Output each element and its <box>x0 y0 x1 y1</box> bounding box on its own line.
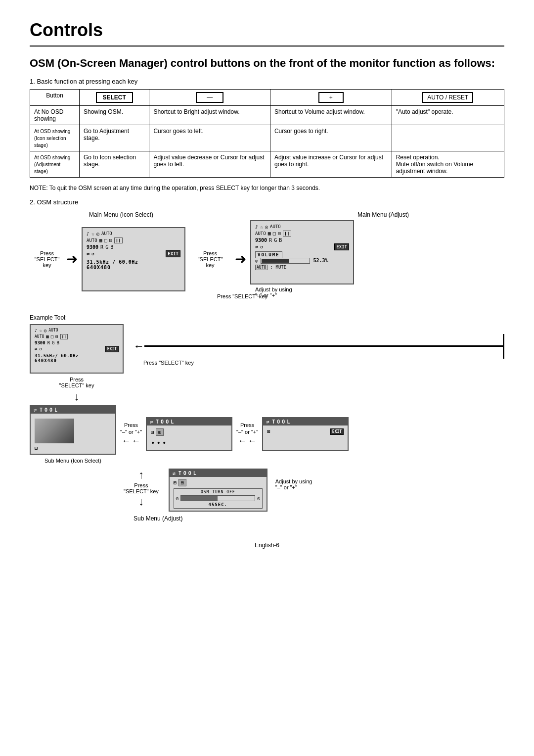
tool-label-1: TOOL <box>40 407 59 413</box>
tool-label-2: TOOL <box>156 419 176 425</box>
table-cell: Shortcut to Volume adjust window. <box>270 105 392 125</box>
mute-label: MUTE <box>276 265 287 270</box>
sub-menu-adjust-label: Sub Menu (Adjust) <box>134 515 182 522</box>
select-label-mid: "SELECT" <box>198 256 223 262</box>
table-header-auto: AUTO / RESET <box>392 89 504 105</box>
table-cell: Cursor goes to left. <box>149 125 270 151</box>
exit-btn-3: EXIT <box>330 428 344 435</box>
select-label-example: "SELECT" key <box>59 382 94 388</box>
arrow-up-icon: ↑ <box>138 469 144 481</box>
press-select-below-label: Press "SELECT" key <box>217 293 267 299</box>
dot-1: • <box>151 439 155 447</box>
select-button-label: SELECT <box>96 92 133 103</box>
sub-menu-box-3: ⇌ TOOL ⊞ EXIT <box>262 417 349 451</box>
sub-menu-icon-select-label: Sub Menu (Icon Select) <box>44 458 101 464</box>
osm-turnoff-bar <box>180 495 255 501</box>
auto-icon: AUTO <box>255 265 267 270</box>
tool-icon-4: ⇌ <box>173 471 176 476</box>
table-cell: "Auto adjust" operate. <box>392 105 504 125</box>
freq-text: 31.5kHz / 60.0Hz <box>87 259 180 265</box>
dot-2: • <box>157 439 161 447</box>
sub-icon-3: ⊞ <box>267 428 270 434</box>
arrow-left-icon-main: ← <box>134 340 144 353</box>
table-cell: Adjust value increase or Cursor for adju… <box>270 151 392 177</box>
adjust-minus-plus-2: "–" or "+" <box>275 484 297 490</box>
volume-pct: 52.3% <box>313 258 328 263</box>
tool-icon-2: ⇌ <box>150 419 153 425</box>
sec-label: 45SEC. <box>176 502 260 507</box>
plus-button-label: + <box>318 92 344 103</box>
table-cell: Cursor goes to right. <box>270 125 392 151</box>
press-select-label-2: Press "SELECT" key <box>143 360 194 366</box>
table-cell: At OSD showing(Icon selection stage) <box>30 125 80 151</box>
press-minus-plus-2: Press "–" or "+" ← ← <box>236 422 258 446</box>
gradient-box-1 <box>35 419 74 443</box>
osm-turn-off-label: OSM TURN OFF <box>176 490 260 494</box>
section2-label: 2. OSM structure <box>30 198 504 206</box>
table-cell: Shortcut to Bright adjust window. <box>149 105 270 125</box>
footer: English-6 <box>30 542 504 549</box>
arrow-right-icon-2: ➜ <box>235 252 246 266</box>
example-tool-label: Example Tool: <box>30 314 504 321</box>
table-cell: Go to Icon selection stage. <box>80 151 149 177</box>
sub-adjust-icon-b: ⊞ <box>178 479 186 486</box>
press-label-mid: Press <box>203 250 217 256</box>
key-label-left: key <box>43 262 51 268</box>
table-header-button: Button <box>30 89 80 105</box>
controls-table: Button SELECT — + AUTO / RESET At No OSD… <box>30 89 504 178</box>
table-cell <box>392 125 504 151</box>
osm-main-adjust-box: ♪☆◎AUTO AUTO▦□⊟❙❙ 9300RGB ⇌↺ EXIT VOLUME… <box>250 220 354 284</box>
example-osm-box: ♪☆◎AUTO AUTO▦□⊟❙❙ 9300RGB ⇌↺ EXIT 31.5kH… <box>30 324 124 374</box>
arrow-down-icon: ↓ <box>138 495 144 508</box>
volume-label: VOLUME <box>255 251 282 258</box>
main-menu-adjust-label: Main Menu (Adjust) <box>357 211 409 218</box>
sub-adjust-icon-a: ⊞ <box>174 480 177 485</box>
tool-icon-3: ⇌ <box>266 419 269 425</box>
dot-3: • <box>162 439 166 447</box>
press-select-sub-label: Press <box>134 482 148 488</box>
table-cell: At OSD showing(Adjustment stage) <box>30 151 80 177</box>
note-text: NOTE: To quit the OSM screen at any time… <box>30 185 504 191</box>
example-res: 640X480 <box>35 358 119 363</box>
osm-turnoff-container: OSM TURN OFF ◎ ◎ 45SEC. <box>174 488 263 509</box>
table-cell: At No OSD showing <box>30 105 80 125</box>
table-cell: Go to Adjustment stage. <box>80 125 149 151</box>
auto-button-label: AUTO / RESET <box>422 92 473 103</box>
sub-icon-2a: ⊞ <box>151 429 154 435</box>
volume-bar <box>261 258 310 264</box>
press-label-example: Press <box>70 377 84 382</box>
arrow-down-example: ↓ <box>74 390 80 403</box>
table-cell: Reset operation.Mute off/on switch on Vo… <box>392 151 504 177</box>
table-header-plus: + <box>270 89 392 105</box>
table-row: At No OSD showing Showing OSM. Shortcut … <box>30 105 504 125</box>
sub-icon-1: ⊞ <box>35 445 111 451</box>
press-minus-plus-1: Press "–" or "+" ← ← <box>120 422 142 446</box>
press-label-left: Press <box>40 250 54 256</box>
adjust-by-using-label-2: Adjust by using <box>275 478 312 484</box>
table-row: At OSD showing(Icon selection stage) Go … <box>30 125 504 151</box>
adjust-by-using-label-1: Adjust by using <box>255 286 292 292</box>
arrow-right-icon-1: ➜ <box>66 252 78 266</box>
select-label-left: "SELECT" <box>35 256 60 262</box>
table-cell: Showing OSM. <box>80 105 149 125</box>
tool-label-4: TOOL <box>178 471 198 476</box>
tool-label-3: TOOL <box>272 419 292 425</box>
minus-button-label: — <box>196 92 223 103</box>
select-sub-label: "SELECT" key <box>124 488 159 494</box>
footer-text: English-6 <box>255 542 279 549</box>
page-subtitle: OSM (On-Screen Manager) control buttons … <box>30 56 504 71</box>
sub-menu-icon-select-box: ⇌ TOOL ⊞ <box>30 405 116 455</box>
table-cell: Adjust value decrease or Cursor for adju… <box>149 151 270 177</box>
section1-label: 1. Basic function at pressing each key <box>30 78 504 85</box>
table-header-minus: — <box>149 89 270 105</box>
table-header-select: SELECT <box>80 89 149 105</box>
example-freq: 31.5kHz/ 60.0Hz <box>35 353 119 358</box>
main-menu-icon-select-label: Main Menu (Icon Select) <box>89 211 153 218</box>
example-tool-section: Example Tool: ♪☆◎AUTO AUTO▦□⊟❙❙ 9300RGB … <box>30 314 504 522</box>
sub-icon-2b: ⊞ <box>156 428 164 436</box>
osm-structure-diagram: Main Menu (Icon Select) Main Menu (Adjus… <box>30 211 504 299</box>
table-row: At OSD showing(Adjustment stage) Go to I… <box>30 151 504 177</box>
osm-main-icon-select-box: ♪☆◎AUTO AUTO▦□⊟❙❙ 9300RGB ⇌↺ EXIT 31.5kH… <box>82 227 185 291</box>
tool-icon-1: ⇌ <box>34 407 37 413</box>
sub-menu-adjust-box: ⇌ TOOL ⊞ ⊞ OSM TURN OFF ◎ ◎ <box>169 469 267 512</box>
